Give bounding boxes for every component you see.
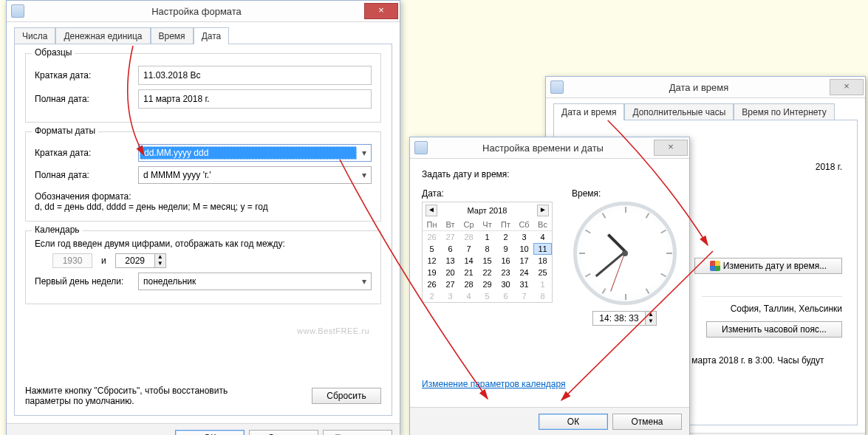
calendar-day[interactable]: 19 [423, 267, 441, 278]
calendar-day[interactable]: 15 [478, 255, 496, 267]
calendar-day[interactable]: 25 [533, 267, 552, 278]
calendar-day[interactable]: 6 [496, 290, 515, 302]
change-date-time-label: Изменить дату и время... [723, 261, 827, 271]
calendar-day[interactable]: 2 [496, 231, 515, 243]
calendar-day[interactable]: 1 [533, 278, 552, 290]
spin-down-icon[interactable]: ▼ [154, 261, 165, 267]
calendar-day[interactable]: 5 [478, 290, 496, 302]
calendar-day[interactable]: 3 [441, 290, 459, 302]
long-date-label: Полная дата: [35, 94, 138, 104]
calendar-day[interactable]: 5 [423, 243, 441, 255]
calendar-day[interactable]: 16 [496, 255, 515, 267]
time-spinner[interactable]: ▲ ▼ [592, 311, 657, 326]
calendar-settings-link[interactable]: Изменение параметров календаря [422, 379, 566, 389]
close-button[interactable]: × [364, 3, 398, 19]
calendar-day[interactable]: 21 [459, 267, 478, 278]
titlebar[interactable]: Настройка времени и даты × [410, 137, 689, 159]
tab-internet-time[interactable]: Время по Интернету [734, 103, 834, 120]
calendar-day[interactable]: 8 [533, 290, 552, 302]
time-input[interactable] [593, 312, 645, 325]
calendar-day[interactable]: 29 [478, 278, 496, 290]
chevron-down-icon[interactable]: ▾ [358, 276, 371, 287]
cancel-button[interactable]: Отмена [612, 414, 682, 430]
calendar-day[interactable]: 13 [441, 255, 459, 267]
calendar-day[interactable]: 20 [441, 267, 459, 278]
group-title: Образцы [32, 47, 75, 58]
short-date-label: Краткая дата: [35, 148, 138, 158]
calendar-day[interactable]: 7 [515, 290, 533, 302]
calendar-day[interactable]: 9 [496, 243, 515, 255]
tab-numbers[interactable]: Числа [14, 27, 55, 44]
year-to-input[interactable] [116, 254, 154, 267]
first-day-combo[interactable]: понедельник ▾ [138, 273, 372, 290]
calendar[interactable]: ◄ Март 2018 ► ПнВтСрЧтПтСбВс 26272812345… [422, 202, 553, 303]
tab-date[interactable]: Дата [194, 27, 230, 44]
calendar-day[interactable]: 23 [496, 267, 515, 278]
chevron-down-icon[interactable]: ▾ [358, 148, 371, 158]
tab-date-time[interactable]: Дата и время [553, 103, 624, 120]
calendar-day[interactable]: 18 [533, 255, 552, 267]
change-timezone-button[interactable]: Изменить часовой пояс... [706, 321, 842, 338]
calendar-day[interactable]: 1 [478, 231, 496, 243]
footer: ОК Отмена Применить [7, 423, 400, 435]
tab-additional-clocks[interactable]: Дополнительные часы [624, 103, 734, 120]
calendar-day[interactable]: 17 [515, 255, 533, 267]
calendar-day[interactable]: 27 [441, 231, 459, 243]
titlebar[interactable]: Дата и время × [546, 77, 865, 98]
calendar-day[interactable]: 28 [459, 278, 478, 290]
window-set-date-time: Настройка времени и даты × Задать дату и… [409, 137, 690, 435]
calendar-day[interactable]: 27 [441, 278, 459, 290]
calendar-dow: Вс [533, 219, 552, 231]
calendar-day[interactable]: 30 [496, 278, 515, 290]
calendar-day[interactable]: 11 [533, 243, 552, 255]
prev-month-button[interactable]: ◄ [426, 205, 437, 216]
calendar-day[interactable]: 28 [459, 231, 478, 243]
calendar-day[interactable]: 26 [423, 278, 441, 290]
year-to-spinner[interactable]: ▲ ▼ [115, 253, 166, 268]
calendar-day[interactable]: 24 [515, 267, 533, 278]
short-date-combo[interactable]: dd.MM.yyyy ddd ▾ [138, 144, 372, 162]
chevron-down-icon[interactable]: ▾ [358, 170, 371, 180]
calendar-day[interactable]: 3 [515, 231, 533, 243]
long-date-value: d MMMM yyyy 'г.' [139, 170, 358, 180]
calendar-day[interactable]: 4 [459, 290, 478, 302]
calendar-day[interactable]: 14 [459, 255, 478, 267]
calendar-day[interactable]: 10 [515, 243, 533, 255]
analog-clock [573, 202, 677, 305]
spin-down-icon[interactable]: ▼ [645, 318, 656, 325]
first-day-value: понедельник [139, 276, 358, 287]
date-display-fragment: 2018 г. [816, 162, 842, 172]
apply-button[interactable]: Применить [323, 430, 392, 435]
reset-button[interactable]: Сбросить [312, 388, 381, 404]
group-title: Календарь [32, 225, 83, 235]
window-title: Дата и время [568, 82, 830, 93]
calendar-day[interactable]: 26 [423, 231, 441, 243]
calendar-day[interactable]: 22 [478, 267, 496, 278]
change-date-time-button[interactable]: Изменить дату и время... [694, 258, 842, 274]
calendar-day[interactable]: 2 [423, 290, 441, 302]
tabstrip: Дата и время Дополнительные часы Время п… [546, 98, 865, 120]
footer: ОК Отмена [410, 407, 689, 435]
long-date-combo[interactable]: d MMMM yyyy 'г.' ▾ [138, 166, 372, 184]
calendar-day[interactable]: 7 [459, 243, 478, 255]
clock-center [622, 250, 628, 256]
close-button[interactable]: × [830, 79, 864, 95]
calendar-day[interactable]: 12 [423, 255, 441, 267]
cancel-button[interactable]: Отмена [249, 430, 318, 435]
tab-currency[interactable]: Денежная единица [55, 27, 150, 44]
ok-button[interactable]: ОК [175, 430, 245, 435]
date-label: Дата: [422, 188, 551, 199]
ok-button[interactable]: ОК [539, 414, 608, 430]
calendar-day[interactable]: 31 [515, 278, 533, 290]
prompt: Задать дату и время: [422, 169, 677, 179]
close-button[interactable]: × [654, 140, 688, 156]
next-month-button[interactable]: ► [537, 205, 549, 216]
titlebar[interactable]: Настройка формата × [7, 1, 400, 22]
tab-time[interactable]: Время [151, 27, 194, 44]
calendar-day[interactable]: 6 [441, 243, 459, 255]
calendar-day[interactable]: 4 [533, 231, 552, 243]
calendar-day[interactable]: 8 [478, 243, 496, 255]
calendar-dow: Сб [515, 219, 533, 231]
two-digit-year-label: Если год введен двумя цифрами, отображат… [35, 239, 372, 249]
group-samples: Образцы Краткая дата: 11.03.2018 Вс Полн… [25, 53, 381, 123]
